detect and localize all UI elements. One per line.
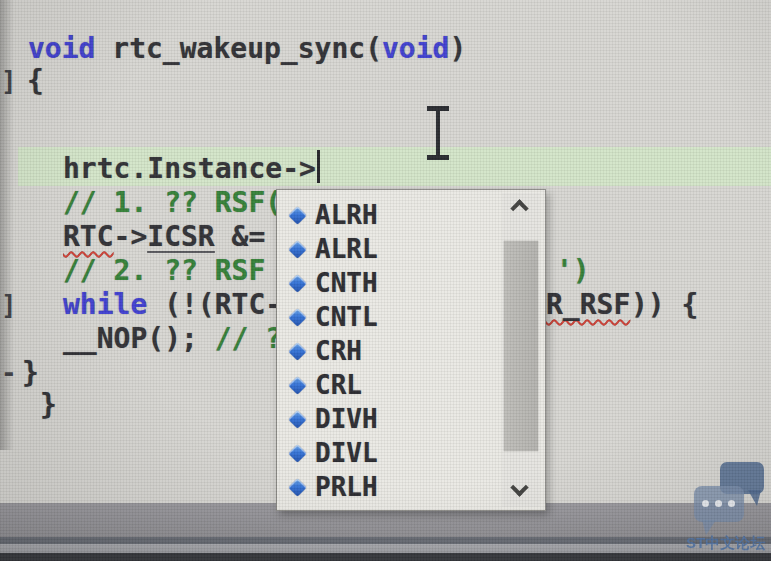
member-diamond-icon: [288, 342, 306, 360]
text-caret: [317, 150, 320, 183]
scrollbar-thumb[interactable]: [504, 241, 538, 451]
keyword-void: void: [28, 32, 95, 65]
autocomplete-item[interactable]: CNTH: [277, 266, 501, 300]
item-label: ALRL: [315, 234, 378, 264]
register-name: ICSR: [147, 220, 214, 253]
watermark-text: ST中文论坛: [686, 534, 771, 553]
open-brace: {: [27, 64, 44, 97]
code-line-signature[interactable]: void rtc_wakeup_sync(void): [0, 32, 771, 66]
scroll-up-button[interactable]: [502, 193, 540, 223]
keyword-while: while: [63, 288, 147, 321]
while-condition: (!(RTC-: [147, 288, 282, 321]
ibeam-cursor-icon: [426, 106, 450, 160]
item-label: CNTH: [315, 268, 378, 298]
monitor-bezel-bottom: [0, 553, 771, 561]
member-diamond-icon: [288, 444, 306, 462]
autocomplete-item[interactable]: DIVL: [277, 436, 501, 470]
member-diamond-icon: [288, 308, 306, 326]
member-diamond-icon: [288, 240, 306, 258]
autocomplete-list: ALRH ALRL CNTH CNTL CRH CRL DIVH DIVL PR…: [277, 198, 501, 504]
forum-watermark: ST中文论坛: [686, 458, 771, 558]
scroll-down-button[interactable]: [502, 477, 540, 507]
autocomplete-dropdown: ALRH ALRL CNTH CNTL CRH CRL DIVH DIVL PR…: [276, 189, 546, 511]
item-label: DIVH: [315, 404, 378, 434]
monitor-bezel-dark-line: [0, 537, 771, 544]
item-label: DIVL: [315, 438, 378, 468]
member-diamond-icon: [288, 274, 306, 292]
comment-text: // 2. ?? RSF: [63, 254, 265, 287]
autocomplete-item[interactable]: CRL: [277, 368, 501, 402]
chat-dots-icon: [702, 500, 735, 507]
item-label: ALRH: [315, 200, 378, 230]
chat-bubble-tail: [702, 520, 716, 535]
member-diamond-icon: [288, 376, 306, 394]
comment-text: // ?: [215, 322, 282, 355]
paren: ): [449, 32, 466, 65]
autocomplete-item[interactable]: DIVH: [277, 402, 501, 436]
editor-screenshot: ] ] - void rtc_wakeup_sync(void) { hrtc.…: [0, 0, 771, 561]
close-brace: }: [22, 356, 39, 389]
chevron-down-icon: [510, 478, 528, 496]
and-assign-operator: &=: [215, 220, 266, 253]
autocomplete-item[interactable]: ALRL: [277, 232, 501, 266]
close-brace: }: [40, 388, 57, 421]
keyword-void: void: [382, 32, 449, 65]
autocomplete-item[interactable]: ALRH: [277, 198, 501, 232]
comment-text: // 1. ?? RSF(: [63, 186, 282, 219]
nop-call: __NOP();: [63, 322, 215, 355]
item-label: CRL: [315, 370, 362, 400]
item-label: PRLH: [315, 472, 378, 502]
chat-bubble-tail: [748, 490, 761, 506]
condition-fragment: )) {: [631, 288, 698, 322]
item-label: CRH: [315, 336, 362, 366]
dropdown-scrollbar[interactable]: [502, 193, 540, 507]
autocomplete-item[interactable]: CRH: [277, 334, 501, 368]
member-diamond-icon: [288, 206, 306, 224]
item-label: CNTL: [315, 302, 378, 332]
member-diamond-icon: [288, 410, 306, 428]
current-line-text: hrtc.Instance->: [63, 152, 316, 185]
autocomplete-item[interactable]: PRLH: [277, 470, 501, 504]
member-diamond-icon: [288, 478, 306, 496]
autocomplete-item[interactable]: CNTL: [277, 300, 501, 334]
error-identifier: RTC: [63, 220, 114, 253]
function-name: rtc_wakeup_sync(: [95, 32, 382, 65]
chevron-up-icon: [510, 199, 528, 217]
error-identifier-fragment: R_RSF: [546, 288, 630, 322]
code-line-open-brace[interactable]: {: [0, 64, 771, 98]
code-line-current[interactable]: hrtc.Instance->: [0, 152, 771, 186]
arrow-operator: ->: [114, 220, 148, 253]
comment-fragment: '): [556, 254, 590, 288]
monitor-bezel-light-line: [0, 544, 771, 553]
